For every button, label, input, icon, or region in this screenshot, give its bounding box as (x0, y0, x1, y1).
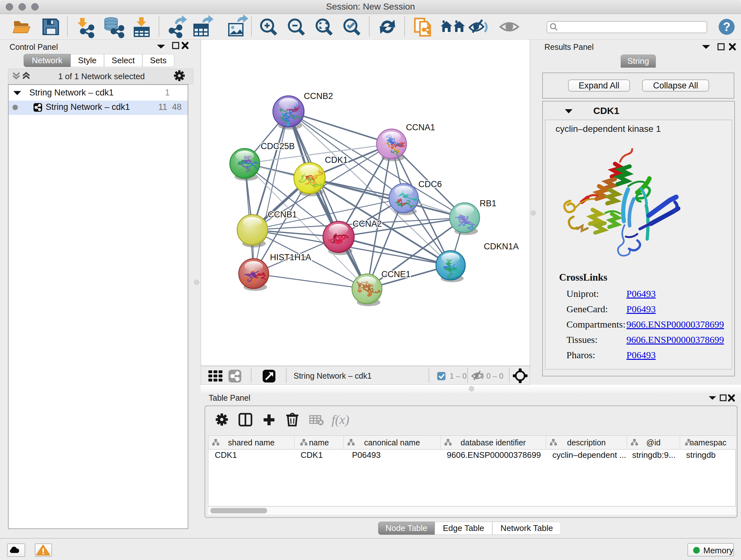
svg-text:CDC25B: CDC25B (261, 141, 295, 151)
svg-text:CCNB2: CCNB2 (304, 91, 333, 101)
svg-text:CCNB1: CCNB1 (268, 210, 297, 219)
svg-text:f(x): f(x) (332, 413, 349, 427)
svg-text:HIST1H1A: HIST1H1A (270, 253, 311, 262)
svg-text:?: ? (723, 20, 730, 34)
svg-text:0 – 0: 0 – 0 (486, 372, 503, 380)
svg-text:RB1: RB1 (480, 199, 496, 208)
svg-text:1 – 0: 1 – 0 (450, 372, 467, 380)
svg-text:CCNA2: CCNA2 (353, 219, 382, 229)
svg-text:CDK1: CDK1 (325, 155, 348, 165)
svg-text:CCNE1: CCNE1 (381, 269, 411, 279)
svg-text:String Network – cdk1: String Network – cdk1 (293, 371, 372, 380)
svg-text:CDC6: CDC6 (418, 179, 442, 189)
svg-text:CCNA1: CCNA1 (406, 123, 435, 132)
svg-text:CDKN1A: CDKN1A (484, 242, 519, 251)
